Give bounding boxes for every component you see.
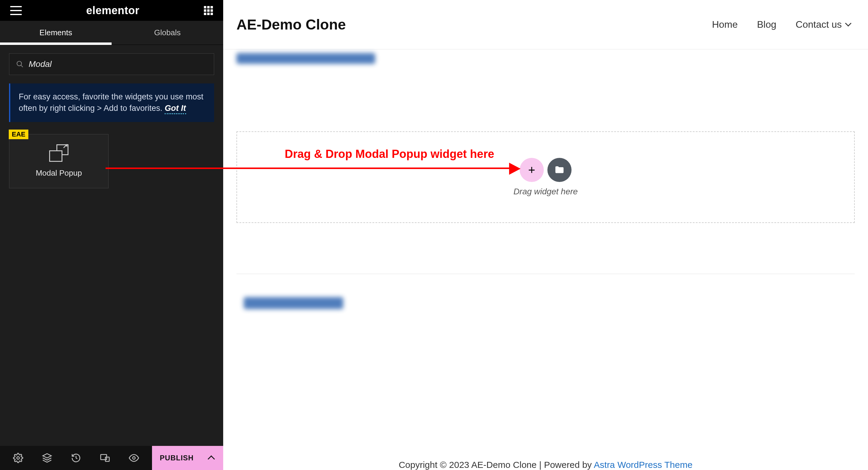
tip-got-it[interactable]: Got It <box>165 104 186 114</box>
widget-modal-popup[interactable]: EAE Modal Popup <box>9 134 108 188</box>
publish-button[interactable]: PUBLISH <box>152 446 223 470</box>
site-header: AE-Demo Clone Home Blog Contact us <box>223 0 868 49</box>
brand-logo: elementor <box>86 4 140 17</box>
publish-label: PUBLISH <box>160 454 194 462</box>
svg-point-0 <box>17 61 22 66</box>
annotation-text: Drag & Drop Modal Popup widget here <box>285 147 494 161</box>
sidebar-footer: PUBLISH <box>0 446 223 470</box>
tab-elements[interactable]: Elements <box>0 21 112 44</box>
drop-zone-label: Drag widget here <box>513 187 578 196</box>
chevron-down-icon <box>846 21 850 28</box>
chevron-up-icon <box>209 455 215 461</box>
search-input[interactable] <box>29 59 207 69</box>
sidebar-body: For easy access, favorite the widgets yo… <box>0 45 223 446</box>
site-nav: Home Blog Contact us <box>712 19 850 30</box>
drop-zone-buttons <box>520 158 571 182</box>
blurred-breadcrumb <box>237 53 375 64</box>
nav-contact[interactable]: Contact us <box>796 19 850 30</box>
apps-grid-icon[interactable] <box>204 6 213 15</box>
footer-tools <box>0 446 152 470</box>
widget-badge: EAE <box>9 130 28 139</box>
hamburger-menu-icon[interactable] <box>10 6 22 15</box>
favorites-tip: For easy access, favorite the widgets yo… <box>9 83 214 122</box>
navigator-icon[interactable] <box>33 446 62 470</box>
editor-sidebar: elementor Elements Globals For easy acce… <box>0 0 223 470</box>
search-widgets[interactable] <box>9 53 214 75</box>
page-content: Drag widget here Copyright © 2023 AE-Dem… <box>223 53 868 470</box>
responsive-icon[interactable] <box>91 446 119 470</box>
add-section-button[interactable] <box>520 158 544 182</box>
history-icon[interactable] <box>62 446 91 470</box>
footer-theme-link[interactable]: Astra WordPress Theme <box>594 460 692 470</box>
drop-zone[interactable]: Drag widget here <box>237 131 855 223</box>
sidebar-tabs: Elements Globals <box>0 21 223 45</box>
sidebar-header: elementor <box>0 0 223 21</box>
site-footer: Copyright © 2023 AE-Demo Clone | Powered… <box>237 460 855 470</box>
site-title[interactable]: AE-Demo Clone <box>237 16 346 33</box>
nav-contact-label: Contact us <box>796 19 842 30</box>
settings-icon[interactable] <box>4 446 33 470</box>
svg-point-6 <box>133 457 135 460</box>
folder-icon <box>554 165 565 175</box>
widget-label: Modal Popup <box>36 168 82 178</box>
nav-blog[interactable]: Blog <box>757 19 776 30</box>
modal-popup-icon <box>49 144 68 162</box>
search-icon <box>16 60 24 68</box>
svg-point-2 <box>17 457 20 460</box>
blurred-link <box>244 297 343 309</box>
template-library-button[interactable] <box>548 158 571 182</box>
tab-globals[interactable]: Globals <box>112 21 223 44</box>
svg-line-1 <box>21 65 23 67</box>
nav-home[interactable]: Home <box>712 19 738 30</box>
preview-canvas: AE-Demo Clone Home Blog Contact us Drag … <box>223 0 868 470</box>
content-divider <box>237 274 855 274</box>
footer-text: Copyright © 2023 AE-Demo Clone | Powered… <box>399 460 594 470</box>
svg-marker-3 <box>43 454 51 458</box>
preview-icon[interactable] <box>119 446 148 470</box>
